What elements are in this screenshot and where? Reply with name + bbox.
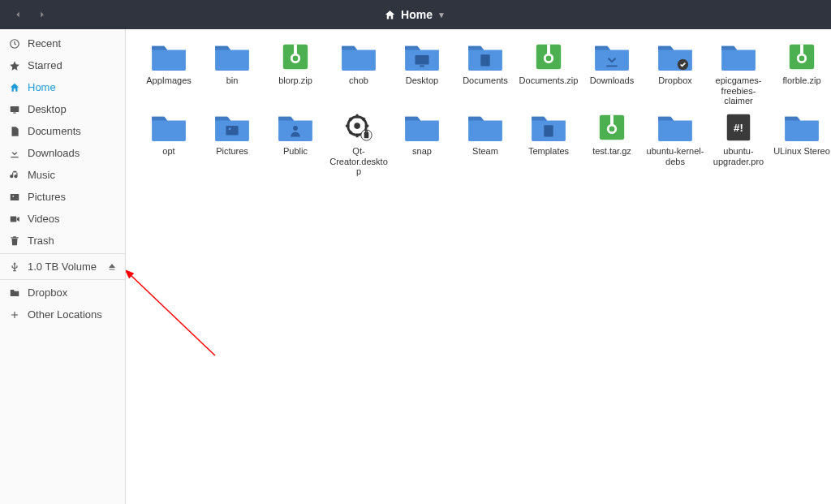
folder-downloads-icon: [592, 41, 631, 73]
sidebar-device-volume[interactable]: 1.0 TB Volume: [0, 256, 125, 278]
sidebar-item-downloads[interactable]: Downloads: [0, 142, 125, 164]
sidebar-item-recent[interactable]: Recent: [0, 32, 125, 54]
sidebar-item-label: Documents: [28, 125, 81, 137]
file-item[interactable]: Public: [264, 111, 327, 177]
pictures-icon: [8, 192, 21, 203]
sidebar-item-label: Downloads: [28, 147, 80, 159]
header-bar: Home ▼: [0, 0, 831, 29]
tarball-icon: [592, 111, 631, 144]
svg-rect-21: [226, 126, 238, 135]
sidebar-item-videos[interactable]: Videos: [0, 208, 125, 230]
sidebar-item-label: 1.0 TB Volume: [28, 261, 97, 273]
file-item[interactable]: Steam: [454, 111, 517, 177]
folder-icon: [782, 111, 821, 144]
file-item[interactable]: Qt-Creator.desktop: [327, 111, 390, 177]
folder-icon: [8, 287, 21, 299]
file-item[interactable]: Documents.zip: [517, 41, 580, 106]
folder-desktop-icon: [403, 41, 441, 73]
folder-icon: [339, 41, 378, 73]
file-label: ubuntu-upgrader.pro: [708, 146, 769, 166]
folder-icon: [149, 41, 188, 73]
chevron-down-icon: ▼: [437, 11, 446, 19]
annotation-arrow: [126, 266, 345, 364]
arrow-right-icon: [37, 9, 48, 20]
file-item[interactable]: opt: [137, 111, 200, 177]
svg-rect-3: [11, 193, 19, 200]
downloads-icon: [8, 148, 21, 159]
sidebar-item-desktop[interactable]: Desktop: [0, 98, 125, 120]
sidebar-item-music[interactable]: Music: [0, 164, 125, 186]
sidebar-item-dropbox[interactable]: Dropbox: [0, 282, 125, 304]
folder-icon: [403, 111, 441, 144]
svg-rect-29: [544, 125, 553, 136]
sidebar-item-starred[interactable]: Starred: [0, 54, 125, 76]
file-label: Public: [283, 146, 308, 157]
file-item[interactable]: snap: [390, 111, 454, 177]
file-label: Pictures: [216, 146, 248, 157]
star-icon: [8, 60, 21, 71]
file-label: Documents: [463, 75, 508, 86]
file-item[interactable]: Pictures: [200, 111, 264, 177]
usb-icon: [8, 261, 21, 273]
file-label: Downloads: [590, 75, 634, 86]
file-item[interactable]: Downloads: [580, 41, 644, 106]
file-grid: AppImages bin blorp.zip chob Desktop Doc…: [137, 41, 820, 177]
file-item[interactable]: ubuntu-kernel-debs: [644, 111, 707, 177]
svg-rect-9: [415, 55, 428, 64]
location-title[interactable]: Home ▼: [54, 8, 776, 21]
file-item[interactable]: #! ubuntu-upgrader.pro: [707, 111, 770, 177]
file-item[interactable]: ULinux Stereo: [770, 111, 831, 177]
sidebar-item-home[interactable]: Home: [0, 76, 125, 98]
eject-button[interactable]: [107, 262, 117, 272]
sidebar-separator: [0, 253, 125, 254]
file-item[interactable]: epicgames-freebies-claimer: [707, 41, 770, 106]
file-item[interactable]: chob: [327, 41, 390, 106]
sidebar-item-label: Videos: [28, 213, 60, 225]
svg-rect-2: [13, 112, 16, 113]
svg-point-4: [12, 195, 14, 196]
file-item[interactable]: Dropbox: [644, 41, 707, 106]
file-label: bin: [226, 75, 239, 86]
folder-pictures-icon: [213, 111, 252, 144]
file-item[interactable]: florble.zip: [770, 41, 831, 106]
home-icon: [384, 9, 396, 21]
file-view[interactable]: AppImages bin blorp.zip chob Desktop Doc…: [126, 29, 831, 504]
svg-rect-5: [11, 216, 17, 222]
sidebar-item-label: Recent: [28, 37, 61, 50]
svg-point-25: [354, 123, 360, 129]
sidebar-item-pictures[interactable]: Pictures: [0, 186, 125, 208]
folder-documents-icon: [466, 41, 505, 73]
file-item[interactable]: blorp.zip: [264, 41, 327, 106]
zip-icon: [529, 41, 568, 73]
forward-button[interactable]: [31, 3, 54, 26]
svg-point-23: [293, 126, 298, 131]
file-item[interactable]: Documents: [454, 41, 517, 106]
file-label: test.tar.gz: [592, 146, 631, 157]
desktop-file-icon: [339, 111, 378, 144]
main-split: Recent Starred Home Desktop Documents: [0, 29, 831, 504]
file-label: Qt-Creator.desktop: [328, 146, 390, 177]
folder-icon: [149, 111, 188, 144]
folder-icon: [213, 41, 252, 73]
file-item[interactable]: Desktop: [390, 41, 454, 106]
file-label: Documents.zip: [519, 75, 579, 86]
file-item[interactable]: Templates: [517, 111, 580, 177]
file-item[interactable]: AppImages: [137, 41, 200, 106]
file-item[interactable]: test.tar.gz: [580, 111, 644, 177]
sidebar-item-other-locations[interactable]: Other Locations: [0, 304, 125, 325]
svg-text:#!: #!: [734, 122, 743, 134]
zip-icon: [276, 41, 315, 73]
videos-icon: [8, 213, 21, 225]
home-icon: [8, 82, 21, 93]
back-button[interactable]: [6, 3, 29, 26]
sidebar-item-trash[interactable]: Trash: [0, 230, 125, 252]
eject-icon: [107, 262, 117, 272]
file-label: AppImages: [146, 75, 192, 86]
file-label: ULinux Stereo: [773, 146, 830, 157]
documents-icon: [8, 126, 21, 137]
music-icon: [8, 170, 21, 181]
plus-icon: [8, 309, 21, 321]
sidebar-item-documents[interactable]: Documents: [0, 120, 125, 142]
sidebar-item-label: Trash: [28, 235, 54, 247]
file-item[interactable]: bin: [200, 41, 264, 106]
